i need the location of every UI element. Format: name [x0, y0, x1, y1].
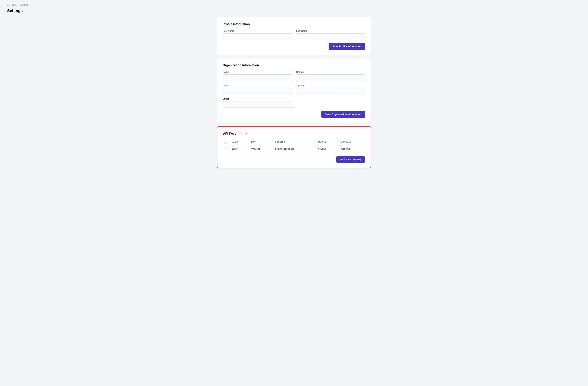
- api-table-header-row: NAME KEY CREATED STATUS ACTIONS: [223, 139, 365, 145]
- org-city-label: City: [223, 84, 292, 87]
- org-street-row: Street: [223, 97, 365, 108]
- org-zipcode-label: Zipcode: [296, 84, 365, 87]
- org-zipcode-input[interactable]: [296, 88, 365, 94]
- row-name-cell: Zapier: [230, 145, 249, 152]
- profile-card: Profile information First Name Last Name…: [217, 17, 371, 55]
- org-street-input[interactable]: [223, 101, 294, 108]
- org-country-input[interactable]: [296, 74, 365, 81]
- row-checkbox-cell: [223, 145, 230, 152]
- status-badge: Active: [318, 148, 337, 150]
- org-form-actions: Save Organization Information: [223, 111, 365, 118]
- api-col-checkbox: [223, 139, 230, 145]
- org-city-group: City: [223, 84, 292, 94]
- api-col-name: NAME: [230, 139, 249, 145]
- row-created-cell: a few seconds ago: [273, 145, 315, 152]
- save-organization-button[interactable]: Save Organization Information: [321, 111, 365, 118]
- first-name-input[interactable]: [223, 33, 292, 40]
- org-country-group: Country: [296, 71, 365, 81]
- api-keys-table: NAME KEY CREATED STATUS ACTIONS Zapier *…: [223, 139, 365, 152]
- breadcrumb-current: Settings: [20, 4, 28, 6]
- api-col-created: CREATED: [273, 139, 315, 145]
- first-name-group: First Name: [223, 30, 292, 40]
- org-name-group: Name: [223, 71, 292, 81]
- first-name-label: First Name: [223, 30, 292, 32]
- last-name-input[interactable]: [296, 33, 365, 40]
- org-street-label: Street: [223, 97, 365, 100]
- breadcrumb-home-label: Home: [10, 4, 17, 6]
- select-all-checkbox[interactable]: [224, 141, 227, 144]
- row-key-cell: ***1c6dc: [249, 145, 273, 152]
- row-actions-cell: Copy Key: [339, 145, 365, 152]
- org-name-input[interactable]: [223, 74, 292, 81]
- home-icon: [7, 4, 10, 6]
- org-name-label: Name: [223, 71, 292, 73]
- organization-card: Organization information Name Country Ci…: [217, 58, 371, 123]
- org-street-group: Street: [223, 97, 365, 108]
- row-status-cell: Active: [315, 145, 339, 152]
- profile-form-actions: Save Profile Information: [223, 43, 365, 50]
- api-card-header: API Keys: [223, 132, 365, 136]
- org-name-country-row: Name Country: [223, 71, 365, 81]
- edit-api-key-button[interactable]: [245, 132, 249, 136]
- profile-card-title: Profile information: [223, 22, 365, 26]
- api-col-key: KEY: [249, 139, 273, 145]
- api-keys-title: API Keys: [223, 132, 236, 135]
- organization-card-title: Organization information: [223, 64, 365, 67]
- org-city-input[interactable]: [223, 88, 292, 94]
- api-keys-card: API Keys NAME: [217, 126, 371, 168]
- api-table-body: Zapier ***1c6dc a few seconds ago Active…: [223, 145, 365, 152]
- add-new-api-key-button[interactable]: Add New API Key: [336, 156, 365, 163]
- org-zipcode-group: Zipcode: [296, 84, 365, 94]
- breadcrumb-separator: >: [18, 4, 19, 6]
- status-label: Active: [320, 148, 326, 150]
- org-country-label: Country: [296, 71, 365, 73]
- org-city-zip-row: City Zipcode: [223, 84, 365, 94]
- content-area: Profile information First Name Last Name…: [217, 17, 371, 168]
- row-checkbox[interactable]: [224, 147, 227, 150]
- copy-key-button[interactable]: Copy Key: [341, 148, 351, 150]
- trash-icon: [239, 132, 242, 135]
- profile-name-row: First Name Last Name: [223, 30, 365, 40]
- save-profile-button[interactable]: Save Profile Information: [329, 43, 365, 50]
- page-title: Settings: [7, 8, 581, 13]
- status-dot: [318, 148, 319, 150]
- api-col-actions: ACTIONS: [339, 139, 365, 145]
- last-name-group: Last Name: [296, 30, 365, 40]
- breadcrumb: Home > Settings: [7, 4, 581, 6]
- table-row: Zapier ***1c6dc a few seconds ago Active…: [223, 145, 365, 152]
- last-name-label: Last Name: [296, 30, 365, 32]
- api-table-header: NAME KEY CREATED STATUS ACTIONS: [223, 139, 365, 145]
- delete-api-key-button[interactable]: [238, 132, 242, 136]
- api-col-status: STATUS: [315, 139, 339, 145]
- api-actions-row: Add New API Key: [223, 156, 365, 163]
- pencil-icon: [245, 132, 248, 135]
- breadcrumb-home[interactable]: Home: [7, 4, 17, 6]
